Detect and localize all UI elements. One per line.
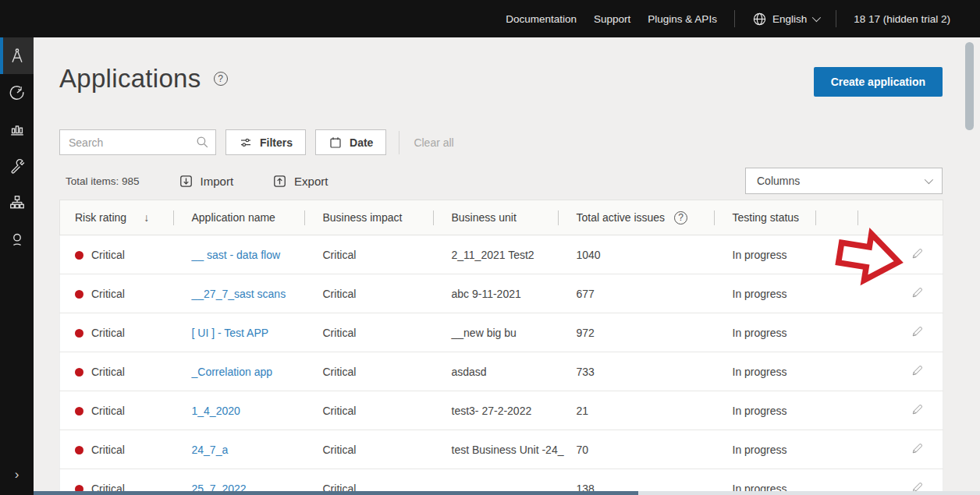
column-header-business-unit[interactable]: Business unit bbox=[437, 200, 562, 235]
sidebar-item-organization[interactable] bbox=[0, 184, 34, 221]
app-window: Documentation Support Plugins & APIs Eng… bbox=[0, 0, 980, 495]
table-row[interactable]: Critical _Correlation app Critical asdas… bbox=[60, 352, 943, 391]
bar-chart-icon bbox=[9, 121, 26, 138]
sliders-icon bbox=[239, 136, 253, 150]
total-items-count: Total items: 985 bbox=[66, 175, 140, 187]
nav-link-documentation[interactable]: Documentation bbox=[506, 13, 577, 25]
chevron-down-icon bbox=[812, 13, 821, 22]
application-name-link[interactable]: __27_7_sast scans bbox=[192, 288, 286, 300]
nav-link-support[interactable]: Support bbox=[594, 13, 630, 25]
user-icon bbox=[9, 231, 26, 248]
table-row[interactable]: Critical __27_7_sast scans Critical abc … bbox=[60, 274, 943, 313]
testing-status-cell: In progress bbox=[718, 430, 819, 469]
globe-icon bbox=[752, 12, 767, 27]
edit-pencil-icon[interactable] bbox=[911, 325, 924, 341]
date-label: Date bbox=[350, 136, 373, 149]
testing-status-cell: In progress bbox=[718, 274, 819, 313]
risk-rating-label: Critical bbox=[91, 405, 125, 417]
horizontal-scrollbar-thumb[interactable] bbox=[34, 491, 638, 495]
table-row[interactable]: Critical 1_4_2020 Critical test3- 27-2-2… bbox=[60, 391, 943, 430]
filters-button[interactable]: Filters bbox=[225, 129, 306, 155]
horizontal-scrollbar[interactable] bbox=[34, 491, 980, 495]
create-application-button[interactable]: Create application bbox=[814, 67, 943, 97]
import-button[interactable]: Import bbox=[179, 174, 234, 189]
risk-dot-critical bbox=[75, 407, 83, 415]
top-navigation-bar: Documentation Support Plugins & APIs Eng… bbox=[0, 0, 980, 37]
applications-table: Risk rating↓ Application name Business i… bbox=[59, 200, 943, 495]
risk-dot-critical bbox=[75, 251, 83, 260]
sidebar-item-applications[interactable] bbox=[0, 37, 34, 74]
columns-dropdown[interactable]: Columns bbox=[745, 168, 943, 194]
application-name-link[interactable]: 24_7_a bbox=[192, 444, 229, 456]
testing-status-cell: In progress bbox=[718, 313, 819, 352]
column-header-testing-status[interactable]: Testing status bbox=[718, 200, 819, 235]
search-icon bbox=[195, 135, 210, 150]
total-active-issues-cell: 733 bbox=[562, 352, 718, 391]
application-name-link[interactable]: 1_4_2020 bbox=[192, 405, 240, 417]
sidebar-item-reports[interactable] bbox=[0, 111, 34, 147]
column-header-business-impact[interactable]: Business impact bbox=[308, 200, 437, 235]
page-help-icon[interactable]: ? bbox=[214, 72, 228, 86]
total-active-issues-cell: 972 bbox=[562, 313, 718, 352]
risk-dot-critical bbox=[75, 329, 83, 338]
column-header-total-active-issues[interactable]: Total active issues? bbox=[562, 200, 718, 235]
risk-rating-label: Critical bbox=[91, 288, 125, 300]
table-header-row: Risk rating↓ Application name Business i… bbox=[60, 200, 943, 235]
divider bbox=[734, 10, 735, 27]
testing-status-cell: In progress bbox=[718, 391, 819, 430]
sort-desc-icon[interactable]: ↓ bbox=[144, 211, 149, 224]
risk-rating-label: Critical bbox=[91, 444, 125, 456]
search-input[interactable] bbox=[59, 129, 216, 155]
table-row[interactable]: Critical [ UI ] - Test APP Critical __ne… bbox=[60, 313, 943, 352]
table-body: Critical __ sast - data flow Critical 2_… bbox=[60, 235, 943, 495]
sidebar-item-scans[interactable] bbox=[0, 74, 34, 111]
edit-pencil-icon[interactable] bbox=[911, 442, 924, 458]
columns-label: Columns bbox=[757, 175, 800, 187]
calendar-icon bbox=[328, 136, 343, 150]
clear-all-button[interactable]: Clear all bbox=[414, 136, 453, 149]
business-unit-cell: 2_11_2021 Test2 bbox=[437, 235, 562, 274]
risk-dot-critical bbox=[75, 368, 83, 377]
edit-pencil-icon[interactable] bbox=[911, 364, 924, 380]
applications-page: Applications ? Create application Filter… bbox=[34, 37, 980, 495]
sidebar-expand-button[interactable]: › bbox=[0, 462, 34, 487]
risk-dot-critical bbox=[75, 446, 83, 454]
export-button[interactable]: Export bbox=[272, 174, 328, 189]
language-selector[interactable]: English bbox=[752, 12, 818, 27]
sidebar-item-users[interactable] bbox=[0, 221, 34, 257]
business-unit-cell: asdasd bbox=[437, 352, 562, 391]
account-name[interactable]: 18 17 (hidden trial 2) bbox=[854, 13, 964, 25]
business-impact-cell: Critical bbox=[308, 430, 437, 469]
business-impact-cell: Critical bbox=[308, 352, 437, 391]
edit-pencil-icon[interactable] bbox=[911, 403, 924, 419]
filter-bar: Filters Date Clear all bbox=[59, 129, 454, 155]
business-impact-cell: Critical bbox=[308, 274, 437, 313]
search-box bbox=[59, 129, 216, 155]
testing-status-cell: In progress bbox=[718, 352, 819, 391]
application-name-link[interactable]: [ UI ] - Test APP bbox=[192, 327, 269, 339]
business-impact-cell: Critical bbox=[308, 391, 437, 430]
nav-link-plugins-apis[interactable]: Plugins & APIs bbox=[648, 13, 717, 25]
table-row[interactable]: Critical 24_7_a Critical test Business U… bbox=[60, 430, 943, 469]
page-title: Applications bbox=[59, 64, 201, 94]
application-name-link[interactable]: _Correlation app bbox=[192, 366, 273, 378]
business-unit-cell: test3- 27-2-2022 bbox=[437, 391, 562, 430]
table-row[interactable]: Critical __ sast - data flow Critical 2_… bbox=[60, 235, 943, 274]
business-impact-cell: Critical bbox=[308, 235, 437, 274]
vertical-scrollbar-thumb[interactable] bbox=[965, 42, 974, 130]
edit-pencil-icon[interactable] bbox=[911, 247, 924, 263]
sitemap-icon bbox=[9, 194, 26, 211]
total-active-issues-cell: 1040 bbox=[562, 235, 718, 274]
column-header-risk-rating[interactable]: Risk rating↓ bbox=[60, 200, 177, 235]
date-button[interactable]: Date bbox=[315, 129, 386, 155]
vertical-scrollbar[interactable] bbox=[965, 42, 975, 479]
sidebar: › bbox=[0, 37, 34, 495]
column-header-application-name[interactable]: Application name bbox=[177, 200, 308, 235]
application-name-link[interactable]: __ sast - data flow bbox=[192, 249, 281, 261]
chevron-down-icon bbox=[925, 175, 933, 184]
sidebar-item-tools[interactable] bbox=[0, 147, 34, 184]
gauge-icon bbox=[9, 84, 26, 101]
issues-help-icon[interactable]: ? bbox=[674, 211, 687, 225]
edit-pencil-icon[interactable] bbox=[911, 286, 924, 302]
total-active-issues-cell: 21 bbox=[562, 391, 718, 430]
